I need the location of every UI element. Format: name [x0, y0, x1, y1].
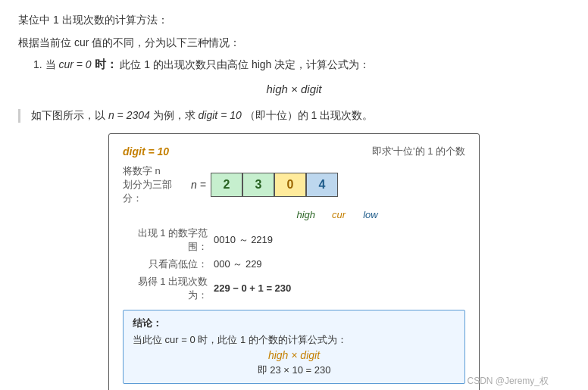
cur-label: cur — [323, 209, 355, 220]
case1-text-post: 此位 1 的出现次数只由高位 high 决定，计算公式为： — [120, 58, 370, 70]
case1-bold-time: 时： — [95, 58, 117, 70]
example-prefix: 如下图所示，以 — [31, 109, 105, 121]
low-label: low — [355, 209, 386, 220]
n-eq-symbol: n = — [191, 179, 206, 191]
conclusion-title: 结论： — [133, 317, 455, 330]
n-split-label2: 划分为三部分： — [123, 179, 172, 204]
conclusion-desc: 当此位 cur = 0 时，此位 1 的个数的计算公式为： — [133, 333, 455, 347]
hcl-labels: high cur low — [195, 209, 465, 220]
digit-box-0: 0 — [274, 173, 306, 197]
digit-box-2: 2 — [211, 173, 242, 197]
page-wrapper: 某位中 1 出现次数的计算方法： 根据当前位 cur 值的不同，分为以下三种情况… — [18, 14, 570, 390]
case1-number: 1. — [33, 58, 42, 70]
diagram-digit-label: digit = 10 — [123, 145, 169, 158]
case1-text-pre: 当 — [45, 58, 59, 70]
example-suffix2: （即十位）的 1 出现次数。 — [245, 109, 374, 121]
count-label: 易得 1 出现次数为： — [123, 275, 214, 302]
highlow-label: 只看高低位： — [123, 257, 214, 271]
page-title: 某位中 1 出现次数的计算方法： — [18, 14, 570, 27]
range-value: 0010 ～ 2219 — [214, 233, 273, 247]
n-row: 将数字 n 划分为三部分： n = 2 3 0 4 — [123, 164, 465, 206]
conclusion-formula: high × digit — [133, 349, 455, 361]
case1-cur-val: cur = 0 — [58, 58, 91, 70]
digit-box-3: 3 — [242, 173, 274, 197]
formula-text: high — [267, 83, 288, 95]
n-split-label1: 将数字 n — [123, 165, 161, 176]
high-label: high — [259, 209, 323, 220]
times-symbol: × — [291, 83, 301, 95]
digit-box-4: 4 — [306, 173, 338, 197]
digit-text: digit — [301, 83, 322, 95]
case1-item: 1. 当 cur = 0 时： 此位 1 的出现次数只由高位 high 决定，计… — [33, 58, 570, 72]
count-row: 易得 1 出现次数为： 229 − 0 + 1 = 230 — [123, 275, 465, 302]
example-digit-eq: digit = 10 — [199, 109, 245, 121]
range-label: 出现 1 的数字范围： — [123, 226, 214, 254]
conclusion-box: 结论： 当此位 cur = 0 时，此位 1 的个数的计算公式为： high ×… — [123, 310, 465, 384]
formula-block: high × digit — [18, 83, 570, 95]
section-desc: 根据当前位 cur 值的不同，分为以下三种情况： — [18, 36, 570, 50]
info-rows: 出现 1 的数字范围： 0010 ～ 2219 只看高低位： 000 ～ 229… — [123, 226, 465, 302]
highlow-value: 000 ～ 229 — [214, 257, 262, 271]
conclusion-ie: 即 23 × 10 = 230 — [133, 363, 455, 377]
example-block: 如下图所示，以 n = 2304 为例，求 digit = 10 （即十位）的 … — [18, 109, 570, 123]
n-label-area: 将数字 n 划分为三部分： — [123, 164, 191, 206]
highlow-row: 只看高低位： 000 ～ 229 — [123, 257, 465, 271]
digits-boxes: 2 3 0 4 — [211, 173, 338, 197]
count-value: 229 − 0 + 1 = 230 — [214, 282, 291, 294]
range-row: 出现 1 的数字范围： 0010 ～ 2219 — [123, 226, 465, 254]
example-n-eq: n = 2304 — [108, 109, 153, 121]
example-suffix1: 为例，求 — [153, 109, 195, 121]
diagram-container: digit = 10 即求'十位'的 1 的个数 将数字 n 划分为三部分： n… — [108, 133, 480, 390]
diagram-seek-label: 即求'十位'的 1 的个数 — [372, 145, 465, 158]
csdn-watermark: CSDN @Jeremy_权 — [467, 375, 549, 388]
diagram-header: digit = 10 即求'十位'的 1 的个数 — [123, 145, 465, 158]
